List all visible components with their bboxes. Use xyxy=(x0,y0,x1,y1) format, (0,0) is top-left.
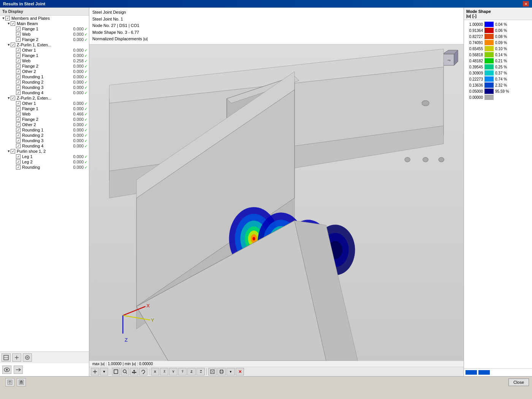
ct-close-view-btn[interactable]: ✕ xyxy=(236,368,244,375)
tree-item-flange2-z1[interactable]: ✓Flange 20.000✓ xyxy=(0,63,89,69)
checkbox[interactable]: ✓ xyxy=(16,37,21,42)
checkbox[interactable]: ✓ xyxy=(16,133,21,138)
bottom-icon-btn-1[interactable] xyxy=(5,378,14,386)
item-value: 0.000 xyxy=(71,160,84,164)
tree-item-leg1[interactable]: ✓Leg 10.000✓ xyxy=(0,154,89,159)
arrow-icon-button[interactable] xyxy=(14,366,23,374)
info-line: Steel Joint Design xyxy=(92,9,461,16)
checkbox[interactable]: ✓ xyxy=(11,96,15,100)
tree-item-rounding2-z2[interactable]: ✓Rounding 20.000✓ xyxy=(0,133,89,138)
tree-item-purlin-shoe[interactable]: ▼✓Purlin shoe 1, 2 xyxy=(0,149,89,154)
checkbox[interactable]: ✓ xyxy=(16,154,21,159)
checkbox[interactable]: ✓ xyxy=(16,80,21,84)
tree-item-flange2-main[interactable]: ✓Flange 20.000✓ xyxy=(0,37,89,42)
tree-item-zpurlin2[interactable]: ▼✓Z-Purlin 2, Exten... xyxy=(0,95,89,101)
ct-yr-btn[interactable]: Ȳ xyxy=(178,368,187,375)
checkbox[interactable]: ✓ xyxy=(11,149,15,154)
center-viewport[interactable]: +x xyxy=(89,44,464,361)
checkbox[interactable]: ✓ xyxy=(16,85,21,90)
tree-item-leg2[interactable]: ✓Leg 20.000✓ xyxy=(0,159,89,165)
ct-print-drop[interactable]: ▼ xyxy=(226,368,235,375)
close-button[interactable]: Close xyxy=(508,378,529,386)
checkbox[interactable]: ✓ xyxy=(16,144,21,148)
eye-icon-button[interactable] xyxy=(2,366,11,374)
expand-icon[interactable]: ▼ xyxy=(7,96,11,100)
tree-item-web-z1[interactable]: ✓Web0.258✓ xyxy=(0,58,89,63)
ct-render-btn[interactable] xyxy=(208,368,217,375)
ct-zoom-btn[interactable] xyxy=(121,368,129,375)
ct-x-btn[interactable]: X xyxy=(151,368,159,375)
check-mark: ✓ xyxy=(84,133,89,138)
ct-move-btn[interactable] xyxy=(130,368,138,375)
ct-rotate-btn[interactable] xyxy=(139,368,147,375)
tree-item-web-z2[interactable]: ✓Web0.466✓ xyxy=(0,111,89,117)
tree-item-rounding3-z2[interactable]: ✓Rounding 30.000✓ xyxy=(0,138,89,143)
tree-item-rounding1-z2[interactable]: ✓Rounding 10.000✓ xyxy=(0,127,89,133)
legend-color-swatch xyxy=(484,70,494,76)
checkbox[interactable]: ✓ xyxy=(16,53,21,58)
tree-item-rounding4-z1[interactable]: ✓Rounding 40.000✓ xyxy=(0,90,89,95)
tree-item-flange2-z2[interactable]: ✓Flange 20.000✓ xyxy=(0,117,89,122)
checkbox[interactable]: ✓ xyxy=(16,112,21,116)
tree-item-rounding1-z1[interactable]: ✓Rounding 10.000✓ xyxy=(0,74,89,79)
checkbox[interactable]: ✓ xyxy=(16,32,21,36)
checkbox[interactable]: ✓ xyxy=(16,64,21,68)
tree-item-web-main[interactable]: ✓Web0.000✓ xyxy=(0,32,89,37)
ct-z-btn[interactable]: Z xyxy=(187,368,196,375)
tree-item-main-beam[interactable]: ▼✓Main Beam xyxy=(0,21,89,26)
checkbox[interactable]: ✓ xyxy=(16,101,21,106)
checkbox[interactable]: ✓ xyxy=(5,16,10,21)
checkbox[interactable]: ✓ xyxy=(16,27,21,31)
checkbox[interactable]: ✓ xyxy=(16,48,21,52)
bottom-icon-btn-2[interactable] xyxy=(17,378,26,386)
toolbar-btn-3[interactable] xyxy=(23,353,32,362)
item-label: Web xyxy=(21,112,71,116)
tree-item-rounding-shoe[interactable]: ✓Rounding0.000✓ xyxy=(0,165,89,170)
ct-y-btn[interactable]: Y xyxy=(169,368,177,375)
checkbox[interactable]: ✓ xyxy=(11,21,15,26)
ct-select-btn[interactable] xyxy=(112,368,120,375)
expand-icon[interactable]: ▼ xyxy=(2,16,5,20)
checkbox[interactable]: ✓ xyxy=(16,160,21,164)
checkbox[interactable]: ✓ xyxy=(16,90,21,95)
checkbox[interactable]: ✓ xyxy=(16,165,21,169)
ct-arrow-btn[interactable] xyxy=(91,368,99,375)
toolbar-btn-1[interactable] xyxy=(2,353,11,362)
expand-icon[interactable]: ▼ xyxy=(7,43,11,47)
checkbox[interactable]: ✓ xyxy=(16,59,21,63)
tree-item-flange1-z2[interactable]: ✓Flange 10.000✓ xyxy=(0,106,89,111)
checkbox[interactable]: ✓ xyxy=(16,74,21,79)
ct-btn-arrow-down[interactable]: ▼ xyxy=(100,368,108,375)
ct-xr-btn[interactable]: X̄ xyxy=(160,368,168,375)
tree-item-members-plates[interactable]: ▼✓Members and Plates xyxy=(0,16,89,21)
legend-pct: 0.25 % xyxy=(495,65,507,69)
tree-item-other2-z2[interactable]: ✓Other 20.000✓ xyxy=(0,122,89,127)
tree-item-rounding2-z1[interactable]: ✓Rounding 20.000✓ xyxy=(0,79,89,85)
tree-item-other1-z1[interactable]: ✓Other 10.000✓ xyxy=(0,48,89,53)
checkbox[interactable]: ✓ xyxy=(16,138,21,143)
ct-print-btn[interactable] xyxy=(217,368,226,375)
svg-text:Z: Z xyxy=(125,337,128,343)
check-mark: ✓ xyxy=(84,91,89,95)
tree-item-other2-z1[interactable]: ✓Other 20.000✓ xyxy=(0,69,89,74)
checkbox[interactable]: ✓ xyxy=(16,117,21,122)
tree-item-flange1-z1[interactable]: ✓Flange 10.000✓ xyxy=(0,53,89,58)
tree-item-rounding3-z1[interactable]: ✓Rounding 30.000✓ xyxy=(0,85,89,90)
window-close-button[interactable]: ✕ xyxy=(523,1,529,6)
checkbox[interactable]: ✓ xyxy=(16,128,21,132)
toolbar-btn-2[interactable] xyxy=(12,353,21,362)
tree-item-flange1-main[interactable]: ✓Flange 10.000✓ xyxy=(0,26,89,32)
tree-item-rounding4-z2[interactable]: ✓Rounding 40.000✓ xyxy=(0,143,89,149)
expand-icon[interactable]: ▼ xyxy=(7,22,11,25)
expand-icon[interactable]: ▼ xyxy=(7,149,11,153)
checkbox[interactable]: ✓ xyxy=(11,43,15,47)
tree-container[interactable]: ▼✓Members and Plates▼✓Main Beam ✓Flange … xyxy=(0,16,89,352)
checkbox[interactable]: ✓ xyxy=(16,106,21,111)
tree-item-other1-z2[interactable]: ✓Other 10.000✓ xyxy=(0,101,89,106)
ct-zr-btn[interactable]: Z̄ xyxy=(196,368,205,375)
checkbox[interactable]: ✓ xyxy=(16,122,21,127)
tree-item-zpurlin1[interactable]: ▼✓Z-Purlin 1, Exten... xyxy=(0,42,89,48)
checkbox[interactable]: ✓ xyxy=(16,69,21,74)
svg-rect-63 xyxy=(20,382,23,384)
bottom-bar: Close xyxy=(0,376,532,388)
